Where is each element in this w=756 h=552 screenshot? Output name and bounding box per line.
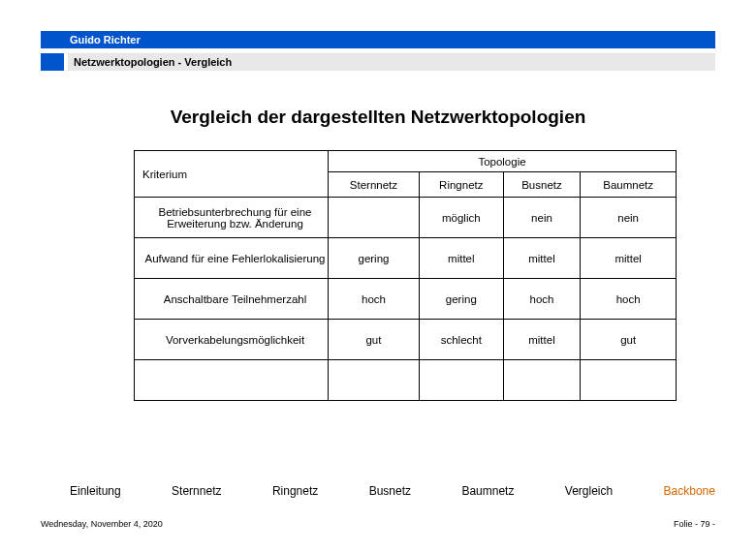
row-label: Anschaltbare Teilnehmerzahl <box>135 279 329 320</box>
kriterium-header: Kriterium <box>135 151 329 198</box>
cell <box>503 360 581 401</box>
comparison-table: Kriterium Topologie Sternnetz Ringnetz B… <box>134 150 677 401</box>
cell: hoch <box>503 279 581 320</box>
cell: hoch <box>581 279 677 320</box>
col-ringnetz: Ringnetz <box>419 172 503 198</box>
row-label: Vorverkabelungsmöglichkeit <box>135 320 329 360</box>
topologie-header: Topologie <box>329 151 677 172</box>
row-label: Aufwand für eine Fehlerlokalisierung <box>135 238 329 279</box>
cell <box>581 360 677 401</box>
cell <box>329 360 420 401</box>
cell <box>135 360 329 401</box>
breadcrumb-bar: Netzwerktopologien - Vergleich <box>41 53 715 71</box>
footer-page: Folie - 79 - <box>674 519 715 529</box>
cell: gering <box>419 279 503 320</box>
author-name: Guido Richter <box>70 34 141 46</box>
row-label: Betriebsunterbrechung für eine Erweiteru… <box>135 198 329 238</box>
slide-footer: Wednesday, November 4, 2020 Folie - 79 - <box>41 519 715 529</box>
table-row-empty <box>135 360 677 401</box>
cell <box>419 360 503 401</box>
nav-sternnetz[interactable]: Sternnetz <box>172 484 221 498</box>
footer-date: Wednesday, November 4, 2020 <box>41 519 163 529</box>
col-sternnetz: Sternnetz <box>329 172 420 198</box>
breadcrumb: Netzwerktopologien - Vergleich <box>68 53 715 71</box>
table-row: Aufwand für eine Fehlerlokalisierung ger… <box>135 238 677 279</box>
cell: gut <box>581 320 677 360</box>
cell <box>329 198 420 238</box>
nav-einleitung[interactable]: Einleitung <box>70 484 121 498</box>
nav-backbone[interactable]: Backbone <box>664 484 715 498</box>
cell: mittel <box>419 238 503 279</box>
cell: gut <box>329 320 420 360</box>
cell: nein <box>581 198 677 238</box>
slide-title: Vergleich der dargestellten Netzwerktopo… <box>0 107 756 128</box>
nav-baumnetz[interactable]: Baumnetz <box>461 484 514 498</box>
table-row: Vorverkabelungsmöglichkeit gut schlecht … <box>135 320 677 360</box>
col-busnetz: Busnetz <box>503 172 581 198</box>
nav-ringnetz[interactable]: Ringnetz <box>272 484 318 498</box>
cell: möglich <box>419 198 503 238</box>
cell: nein <box>503 198 581 238</box>
cell: mittel <box>581 238 677 279</box>
table-row: Betriebsunterbrechung für eine Erweiteru… <box>135 198 677 238</box>
cell: mittel <box>503 238 581 279</box>
nav-busnetz[interactable]: Busnetz <box>369 484 411 498</box>
table-row: Anschaltbare Teilnehmerzahl hoch gering … <box>135 279 677 320</box>
cell: mittel <box>503 320 581 360</box>
breadcrumb-text: Netzwerktopologien - Vergleich <box>74 56 232 68</box>
cell: hoch <box>329 279 420 320</box>
cell: gering <box>329 238 420 279</box>
decor-square <box>41 53 64 71</box>
slide-nav: Einleitung Sternnetz Ringnetz Busnetz Ba… <box>70 484 715 498</box>
col-baumnetz: Baumnetz <box>581 172 677 198</box>
author-bar: Guido Richter <box>41 31 715 48</box>
nav-vergleich[interactable]: Vergleich <box>565 484 613 498</box>
cell: schlecht <box>419 320 503 360</box>
